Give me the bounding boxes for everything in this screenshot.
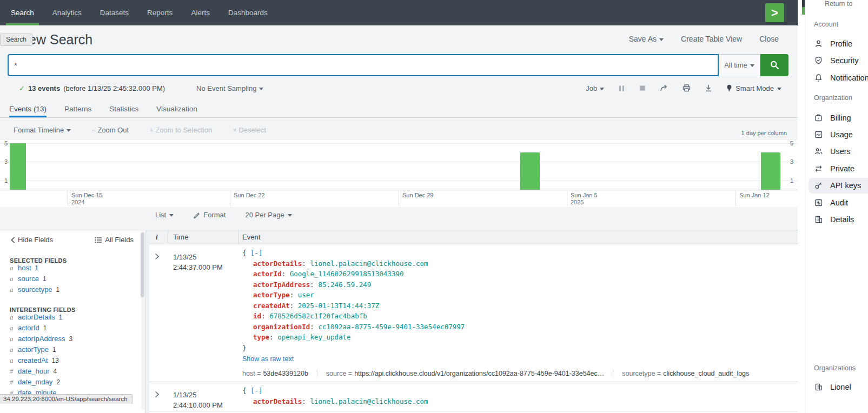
pause-button[interactable] xyxy=(618,85,625,92)
settings-item-usage[interactable]: Usage xyxy=(805,126,868,142)
job-menu[interactable]: Job xyxy=(586,84,604,92)
event-sampling-label: No Event Sampling xyxy=(196,84,256,92)
settings-item-users[interactable]: Users xyxy=(805,144,868,159)
event-sampling-menu[interactable]: No Event Sampling xyxy=(196,84,263,92)
field-item-sourcetype[interactable]: asourcetype1 xyxy=(0,285,145,296)
splunk-logo[interactable]: > xyxy=(765,3,784,22)
field-name: date_mday xyxy=(18,378,52,386)
settings-item-notifications[interactable]: Notifications xyxy=(805,70,868,85)
field-type-glyph: # xyxy=(10,378,14,387)
caret-down-icon xyxy=(777,88,781,90)
y-tick-label: 1 xyxy=(781,177,793,184)
chevron-right-icon xyxy=(155,391,160,398)
json-key: type xyxy=(253,333,269,341)
gridline xyxy=(0,162,798,162)
event-body: { [-]actorDetails: lionel.palacin@clickh… xyxy=(242,385,798,411)
timeline-bar[interactable] xyxy=(520,152,540,190)
field-item-actorId[interactable]: aactorId1 xyxy=(0,324,145,335)
stop-button[interactable] xyxy=(639,85,646,91)
field-type-glyph: a xyxy=(10,335,14,343)
nav-item-search[interactable]: Search xyxy=(11,0,34,25)
json-close-line: } xyxy=(242,343,798,354)
settings-item-profile[interactable]: Profile xyxy=(805,36,868,51)
tab-visualization[interactable]: Visualization xyxy=(156,100,197,117)
export-button[interactable] xyxy=(705,84,712,92)
settings-item-label: Lionel xyxy=(830,383,851,391)
zoom-out-button[interactable]: − Zoom Out xyxy=(91,126,129,134)
close-button[interactable]: Close xyxy=(759,35,779,43)
timeline-bar[interactable] xyxy=(10,143,26,190)
fields-scrollbar[interactable] xyxy=(141,231,145,410)
field-item-createdAt[interactable]: acreatedAt13 xyxy=(0,356,145,367)
return-to-link[interactable]: Return to xyxy=(825,0,852,8)
event-meta-sourcetype[interactable]: sourcetype = clickhouse_cloud_audit_logs xyxy=(613,370,758,377)
column-divider xyxy=(238,230,238,244)
nav-item-analytics[interactable]: Analytics xyxy=(52,0,82,25)
nav-item-dashboards[interactable]: Dashboards xyxy=(228,0,268,25)
settings-item-audit[interactable]: Audit xyxy=(805,195,868,210)
field-item-host[interactable]: ahost1 xyxy=(0,264,145,275)
show-raw-text-link[interactable]: Show as raw text xyxy=(242,355,294,363)
settings-item-billing[interactable]: Billing xyxy=(805,110,868,125)
caret-down-icon xyxy=(659,38,664,41)
json-collapse-link[interactable]: [-] xyxy=(250,387,263,395)
user-icon xyxy=(814,39,823,48)
field-item-source[interactable]: asource1 xyxy=(0,275,145,285)
save-as-button[interactable]: Save As xyxy=(629,35,664,43)
job-status: ✓ 13 events (before 1/13/25 2:45:32.000 … xyxy=(19,84,263,92)
field-item-date_hour[interactable]: #date_hour4 xyxy=(0,367,145,378)
nav-item-reports[interactable]: Reports xyxy=(147,0,173,25)
settings-item-security[interactable]: Security xyxy=(805,53,868,69)
expand-event-button[interactable] xyxy=(155,253,160,260)
field-name: source xyxy=(18,275,39,283)
field-item-actorType[interactable]: aactorType1 xyxy=(0,345,145,356)
share-icon xyxy=(660,84,668,92)
field-count: 1 xyxy=(52,346,56,354)
smart-mode-menu[interactable]: Smart Mode xyxy=(726,84,781,92)
format-timeline-menu[interactable]: Format Timeline xyxy=(14,126,71,134)
nav-item-datasets[interactable]: Datasets xyxy=(100,0,129,25)
settings-item-label: Billing xyxy=(830,114,851,122)
field-item-actorDetails[interactable]: aactorDetails1 xyxy=(0,313,145,324)
search-submit-button[interactable] xyxy=(760,54,789,76)
settings-item-details[interactable]: Details xyxy=(805,211,868,227)
job-done-check-icon: ✓ xyxy=(19,84,25,92)
event-count: 13 events xyxy=(28,84,60,92)
hide-fields-button[interactable]: Hide Fields xyxy=(11,236,53,244)
search-input[interactable] xyxy=(14,61,718,70)
per-page-menu[interactable]: 20 Per Page xyxy=(245,211,291,219)
format-results-menu[interactable]: Format xyxy=(193,211,226,219)
create-table-view-button[interactable]: Create Table View xyxy=(681,35,742,43)
nav-item-alerts[interactable]: Alerts xyxy=(191,0,210,25)
event-meta-source[interactable]: source = https://api.clickhouse.cloud/v1… xyxy=(317,370,613,377)
json-collapse-link[interactable]: [-] xyxy=(250,249,263,257)
results-toolbar: List Format 20 Per Page xyxy=(155,211,292,219)
magnifier-icon xyxy=(770,60,780,70)
share-button[interactable] xyxy=(660,84,668,92)
caret-down-icon xyxy=(67,129,71,132)
time-range-picker[interactable]: All time xyxy=(719,54,760,76)
tab-statistics[interactable]: Statistics xyxy=(109,100,138,117)
json-field-line: id: 678526d582c1f20fac4babfb xyxy=(242,311,798,322)
settings-item-lionel[interactable]: Lionel xyxy=(805,379,868,395)
fields-scrollbar-thumb[interactable] xyxy=(141,232,144,297)
x-tick-mark xyxy=(567,191,567,206)
column-header-time: Time xyxy=(173,233,188,241)
json-key: organizationId xyxy=(253,323,310,331)
settings-item-private[interactable]: Private xyxy=(805,161,868,176)
tab-events-13[interactable]: Events (13) xyxy=(9,100,47,117)
gridline xyxy=(0,143,798,144)
field-item-date_mday[interactable]: #date_mday2 xyxy=(0,378,145,389)
caret-down-icon xyxy=(169,214,174,217)
json-key: actorIpAddress xyxy=(253,281,310,289)
tab-patterns[interactable]: Patterns xyxy=(64,100,91,117)
print-button[interactable] xyxy=(683,84,691,92)
expand-event-button[interactable] xyxy=(155,391,160,398)
field-item-actorIpAddress[interactable]: aactorIpAddress3 xyxy=(0,335,145,345)
event-meta-host[interactable]: host = 53de4339120b xyxy=(242,370,317,377)
all-fields-button[interactable]: All Fields xyxy=(95,236,134,244)
settings-item-api-keys[interactable]: API keys xyxy=(809,178,868,194)
list-view-menu[interactable]: List xyxy=(155,211,174,219)
events-timeline-chart[interactable]: 113355 xyxy=(0,139,798,190)
timeline-bar[interactable] xyxy=(761,152,780,190)
